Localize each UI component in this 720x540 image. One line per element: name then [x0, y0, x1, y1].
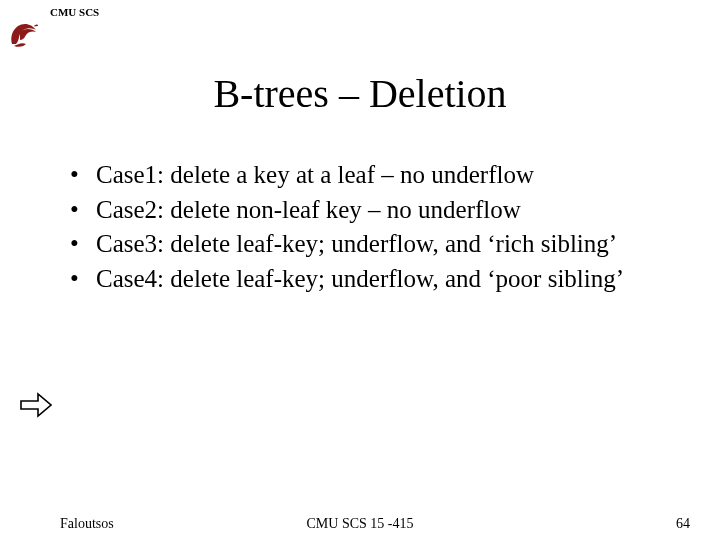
list-item: Case3: delete leaf-key; underflow, and ‘… — [60, 229, 660, 260]
list-item: Case4: delete leaf-key; underflow, and ‘… — [60, 264, 660, 295]
slide: CMU SCS B-trees – Deletion Case1: delete… — [0, 0, 720, 540]
bullet-list: Case1: delete a key at a leaf – no under… — [60, 160, 660, 294]
slide-body: Case1: delete a key at a leaf – no under… — [60, 160, 660, 298]
header-label: CMU SCS — [50, 6, 99, 18]
list-item: Case2: delete non-leaf key – no underflo… — [60, 195, 660, 226]
list-item: Case1: delete a key at a leaf – no under… — [60, 160, 660, 191]
right-arrow-icon — [20, 392, 52, 422]
footer-course: CMU SCS 15 -415 — [0, 516, 720, 532]
slide-title: B-trees – Deletion — [0, 70, 720, 117]
footer-page-number: 64 — [676, 516, 690, 532]
cmu-scs-logo — [6, 18, 42, 54]
